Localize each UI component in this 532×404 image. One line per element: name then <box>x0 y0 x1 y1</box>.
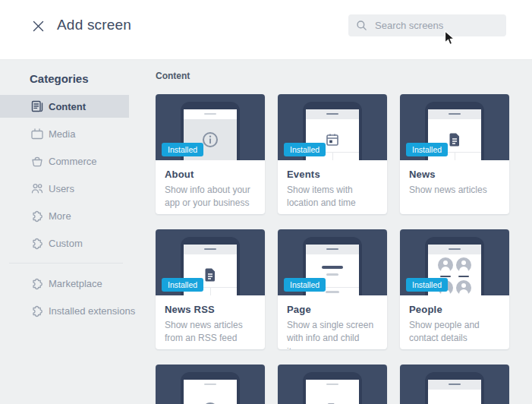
card-title: About <box>165 169 256 180</box>
card-description: Show people and contact details <box>409 319 500 346</box>
screen-card-events[interactable]: Installed Events Show items with locatio… <box>278 94 387 214</box>
puzzle-icon <box>30 236 44 250</box>
screen-card-partial-3[interactable] <box>400 365 509 404</box>
sidebar-item-label: Users <box>49 183 74 194</box>
card-thumbnail: Installed <box>278 94 387 160</box>
news-icon <box>30 99 44 113</box>
card-thumbnail: Installed <box>400 94 509 160</box>
installed-badge: Installed <box>406 278 448 292</box>
screen-card-partial-1[interactable] <box>156 365 265 404</box>
card-description: Show news articles <box>409 184 500 197</box>
screen-card-partial-2[interactable] <box>278 365 387 404</box>
card-thumbnail: Installed <box>278 229 387 295</box>
sidebar-item-label: Installed extensions <box>49 305 135 317</box>
sidebar-item-marketplace[interactable]: Marketplace <box>0 272 129 295</box>
sidebar-item-label: More <box>49 210 71 222</box>
installed-badge: Installed <box>162 143 203 156</box>
sidebar-item-media[interactable]: Media <box>0 122 129 145</box>
card-title: News <box>409 169 500 180</box>
tv-icon <box>30 127 44 140</box>
puzzle-icon <box>30 209 44 223</box>
search-box[interactable] <box>348 14 506 36</box>
card-title: News RSS <box>165 304 256 315</box>
card-title: Events <box>287 169 378 180</box>
dialog-header: Add screen <box>0 0 532 60</box>
phone-mockup <box>425 372 484 404</box>
card-description: Show news articles from an RSS feed <box>165 319 256 346</box>
sidebar-item-label: Media <box>49 128 75 140</box>
search-input[interactable] <box>373 19 510 32</box>
screen-card-people[interactable]: Installed People Show people and contact… <box>400 229 509 349</box>
screen-card-about[interactable]: Installed About Show info about your app… <box>156 94 265 214</box>
installed-badge: Installed <box>284 278 326 292</box>
sidebar-item-label: Content <box>49 101 86 112</box>
screens-panel: Content <box>156 60 509 404</box>
screen-card-page[interactable]: Installed Page Show a single screen with… <box>278 229 387 349</box>
document-icon <box>204 267 216 282</box>
sidebar-item-content[interactable]: Content <box>0 95 129 118</box>
phone-mockup <box>303 372 362 404</box>
close-icon <box>33 21 44 32</box>
section-label: Content <box>156 71 509 81</box>
sidebar-divider <box>9 263 123 264</box>
sidebar-item-label: Custom <box>49 238 83 249</box>
add-screen-dialog: Add screen Categories C <box>0 0 532 404</box>
card-title: Page <box>287 304 378 315</box>
basket-icon <box>30 154 44 168</box>
puzzle-icon <box>30 276 44 290</box>
sidebar-item-label: Marketplace <box>49 278 102 289</box>
users-icon <box>30 181 44 195</box>
sidebar-item-installed-extensions[interactable]: Installed extensions <box>0 299 129 322</box>
sidebar-item-users[interactable]: Users <box>0 177 129 200</box>
card-thumbnail <box>156 365 265 404</box>
search-icon <box>356 20 367 31</box>
document-icon <box>449 132 461 147</box>
sidebar-item-more[interactable]: More <box>0 204 129 227</box>
info-icon <box>201 401 219 404</box>
installed-badge: Installed <box>406 143 448 156</box>
sidebar-heading: Categories <box>30 72 129 85</box>
info-icon <box>201 131 219 149</box>
close-button[interactable] <box>31 21 45 34</box>
card-thumbnail: Installed <box>400 229 509 295</box>
phone-mockup <box>181 372 240 404</box>
sidebar-item-commerce[interactable]: Commerce <box>0 150 129 172</box>
screen-card-news-rss[interactable]: Installed News RSS Show news articles fr… <box>156 229 265 349</box>
screens-grid: Installed About Show info about your app… <box>156 94 509 404</box>
card-description: Show items with location and time <box>287 184 378 210</box>
dialog-title: Add screen <box>57 17 131 33</box>
card-thumbnail: Installed <box>156 94 265 160</box>
card-description: Show a single screen with info and child… <box>287 319 378 349</box>
card-thumbnail <box>400 365 509 404</box>
card-title: People <box>409 304 500 315</box>
card-description: Show info about your app or your busines… <box>165 184 256 210</box>
puzzle-icon <box>30 304 44 317</box>
screen-card-news[interactable]: Installed News Show news articles <box>400 94 509 214</box>
card-thumbnail <box>278 365 387 404</box>
sidebar-item-label: Commerce <box>49 156 97 167</box>
installed-badge: Installed <box>162 278 203 292</box>
categories-sidebar: Categories Content <box>0 60 129 404</box>
sidebar-item-custom[interactable]: Custom <box>0 232 129 254</box>
card-thumbnail: Installed <box>156 229 265 295</box>
installed-badge: Installed <box>284 143 326 156</box>
calendar-icon <box>325 132 340 147</box>
